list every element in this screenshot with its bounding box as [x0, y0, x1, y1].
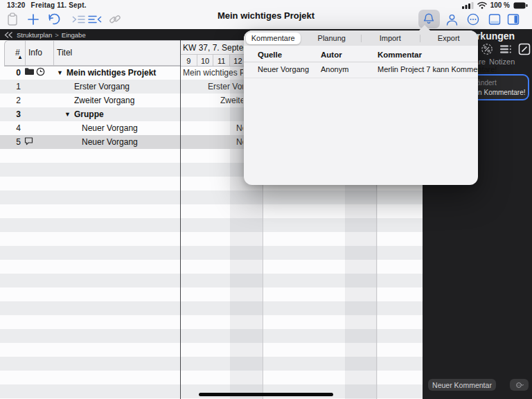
resources-list-icon[interactable] [499, 43, 512, 55]
popover-tab-label: Import [380, 34, 401, 42]
disclosure-triangle-icon[interactable]: ▼ [57, 69, 63, 76]
more-ellipsis-chevron-icon [515, 381, 524, 389]
comments-column-header[interactable]: Autor [321, 51, 342, 59]
popover-segmented-control: KommentarePlanungImportExport [244, 30, 478, 46]
row-number: 4 [3, 123, 21, 133]
task-title[interactable]: Neuer Vorgang [82, 137, 138, 147]
notifications-popover: KommentarePlanungImportExport QuelleAuto… [244, 30, 478, 185]
comments-column-header[interactable]: Quelle [258, 51, 282, 59]
status-date: Freitag 11. Sept. [31, 1, 87, 9]
gantt-bar-label-clip: Zweiter Vorgang [181, 94, 243, 107]
popover-tab-kommentare[interactable]: Kommentare [244, 30, 303, 46]
task-title[interactable]: Gruppe [74, 109, 104, 119]
gantt-bar-label-clip: Neuer Vorgang [181, 135, 243, 149]
cellular-signal-icon [462, 1, 474, 9]
row-number: 1 [3, 82, 21, 91]
popover-tab-planung[interactable]: Planung [303, 30, 362, 46]
app-window: # ▲ Info Titel KW 37, 7. Septem 9101112 … [0, 0, 532, 399]
segment-divider [420, 35, 420, 42]
comments-table-header: QuelleAutorKommentar [244, 48, 478, 62]
info-icons [24, 67, 45, 78]
status-left: 13:20Freitag 11. Sept. [7, 1, 87, 9]
popover-tab-export[interactable]: Export [420, 30, 479, 46]
status-right: 100 % [462, 1, 528, 10]
breadcrumb-separator: > [55, 31, 59, 39]
popover-tab-label: Planung [318, 34, 346, 42]
comment-cell: Neuer Vorgang [258, 65, 309, 73]
task-title[interactable]: Neuer Vorgang [82, 123, 138, 133]
task-title[interactable]: Erster Vorgang [74, 82, 130, 91]
comment-bubble-icon [24, 136, 33, 148]
battery-icon [513, 2, 528, 9]
comment-row[interactable]: Neuer VorgangAnonymMerlin Project 7 kann… [244, 62, 478, 78]
comment-options-button[interactable] [510, 379, 529, 391]
gantt-bar-label: Neuer Vorgang [236, 123, 243, 133]
gantt-bar-label-clip: Erster Vorgang [181, 80, 243, 94]
task-title[interactable]: Zweiter Vorgang [74, 96, 134, 105]
contact-icon[interactable] [443, 11, 460, 28]
breadcrumb-mode[interactable]: Eingabe [62, 31, 86, 39]
popover-tab-label: Kommentare [251, 34, 295, 42]
comment-cell: Merlin Project 7 kann Kommentare! [378, 65, 497, 73]
breadcrumb-view[interactable]: Strukturplan [17, 31, 52, 39]
annotations-pencil-icon[interactable] [518, 43, 531, 55]
segment-divider [361, 35, 362, 42]
bottom-panel-icon[interactable] [486, 11, 503, 28]
gantt-bar-label: Neuer Vorgang [236, 137, 243, 147]
toolbar: 13:20Freitag 11. Sept. 100 % [0, 0, 532, 29]
more-ellipsis-icon[interactable] [465, 11, 481, 28]
table-gantt-divider[interactable] [180, 40, 181, 399]
home-indicator[interactable] [199, 393, 333, 396]
clock: 13:20 [7, 1, 26, 9]
popover-tab-label: Export [438, 34, 460, 42]
row-number: 2 [3, 96, 21, 105]
disclosure-triangle-icon[interactable]: ▼ [64, 111, 71, 118]
percent-icon[interactable] [481, 43, 493, 55]
new-comment-label: Neuer Kommentar [432, 381, 492, 389]
task-title[interactable]: Mein wichtiges Projekt [66, 68, 156, 78]
gantt-bar-label-clip: Mein wichtiges Projekt [181, 66, 243, 80]
battery-percent: 100 % [490, 1, 510, 9]
outline-view-icon [4, 31, 13, 39]
info-icons [24, 136, 33, 148]
popover-tab-import[interactable]: Import [361, 30, 420, 46]
wifi-icon [477, 1, 487, 9]
inspector-icon-bar [481, 43, 531, 55]
gantt-bar-label-clip: Neuer Vorgang [181, 121, 243, 135]
row-number: 3 [3, 109, 21, 119]
gantt-bar-label: Erster Vorgang [208, 82, 243, 91]
row-number: 5 [3, 137, 21, 147]
clock-icon [36, 66, 45, 79]
comment-cell: Anonym [321, 65, 348, 73]
new-comment-button[interactable]: Neuer Kommentar [428, 379, 496, 391]
folder-icon [24, 66, 35, 79]
gantt-bar-label: Zweiter Vorgang [220, 96, 243, 105]
right-panel-icon[interactable] [505, 11, 522, 28]
comments-column-header[interactable]: Kommentar [378, 51, 422, 59]
row-number: 0 [3, 68, 21, 78]
gantt-bar-label: Mein wichtiges Projekt [183, 68, 243, 78]
